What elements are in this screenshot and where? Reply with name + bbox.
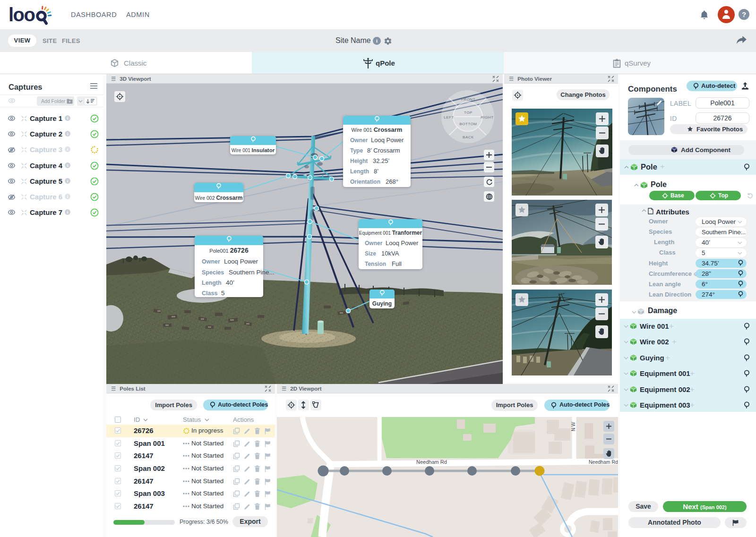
svg-text:FRONT: FRONT [461,97,475,102]
svg-text:Needham Rd: Needham Rd [416,459,447,465]
svg-text:BOTTOM: BOTTOM [459,122,477,126]
svg-text:Needham Rd: Needham Rd [589,459,618,465]
svg-text:RIGHT: RIGHT [481,115,493,119]
svg-text:loo: loo [9,4,35,25]
svg-text:LEFT: LEFT [444,115,454,119]
svg-text:TOP: TOP [464,111,472,115]
svg-text:N W: N W [571,422,576,431]
svg-text:BACK: BACK [463,135,474,139]
